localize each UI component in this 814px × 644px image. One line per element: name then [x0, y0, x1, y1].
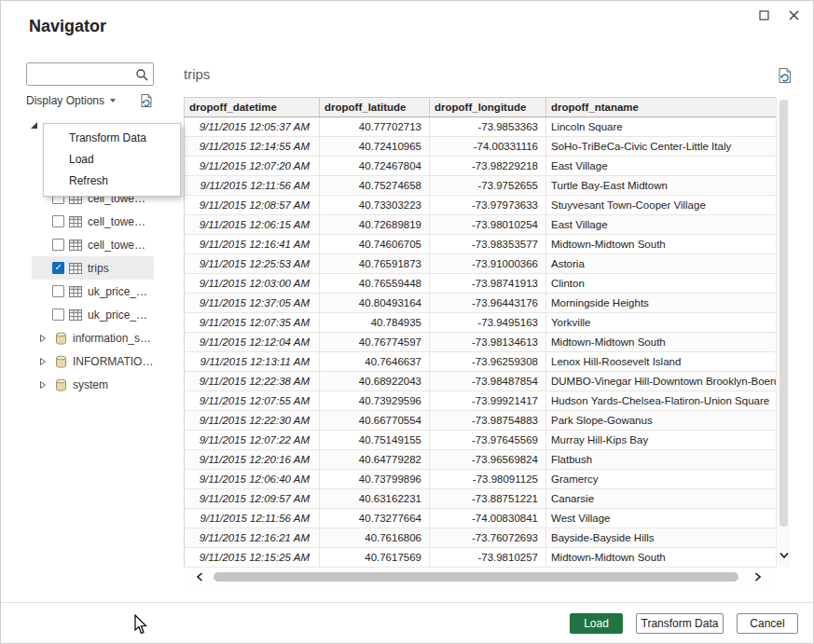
- navigator-dialog: { "window": { "title": "Navigator" }, "s…: [0, 0, 814, 644]
- table-cell: 9/11/2015 12:20:16 AM: [185, 450, 320, 470]
- table-cell: Astoria: [546, 254, 777, 274]
- maximize-icon[interactable]: [757, 8, 770, 21]
- table-cell: Morningside Heights: [546, 294, 777, 313]
- display-options-label: Display Options: [26, 94, 104, 107]
- table-cell: -73.9752655: [430, 176, 546, 196]
- table-cell: Stuyvesant Town-Cooper Village: [546, 196, 777, 215]
- display-options-dropdown[interactable]: Display Options: [26, 93, 154, 108]
- tree-checkbox[interactable]: [52, 239, 64, 251]
- table-cell: 40.74606705: [320, 235, 430, 254]
- table-cell: -73.97645569: [430, 431, 546, 450]
- table-cell: 9/11/2015 12:07:55 AM: [185, 391, 320, 411]
- table-cell: Midtown-Midtown South: [546, 548, 777, 568]
- load-button[interactable]: Load: [570, 613, 623, 634]
- tree-checkbox[interactable]: [52, 262, 64, 274]
- menu-item-refresh[interactable]: Refresh: [44, 171, 180, 192]
- table-cell: 40.73799896: [320, 470, 430, 489]
- column-header[interactable]: dropoff_ntaname: [546, 98, 777, 117]
- tree-item-table[interactable]: cell_towe…: [32, 233, 154, 256]
- window-controls: [757, 8, 800, 21]
- vertical-scrollbar[interactable]: [776, 97, 790, 567]
- table-row: 9/11/2015 12:14:55 AM40.72410965-74.0033…: [185, 137, 777, 157]
- table-cell: Lenox Hill-Roosevelt Island: [546, 352, 777, 372]
- search-input[interactable]: [27, 63, 135, 85]
- horizontal-scrollbar-thumb[interactable]: [214, 572, 738, 582]
- table-cell: 40.73929596: [320, 391, 430, 411]
- table-row: 9/11/2015 12:25:53 AM40.76591873-73.9100…: [185, 254, 777, 274]
- table-cell: 9/11/2015 12:07:22 AM: [185, 431, 320, 450]
- tree-checkbox[interactable]: [52, 285, 64, 297]
- close-icon[interactable]: [787, 8, 800, 21]
- refresh-list-icon[interactable]: [139, 93, 154, 108]
- tree-item-label: uk_price_…: [88, 308, 147, 322]
- table-cell: Park Slope-Gowanus: [546, 411, 777, 431]
- tree-item-label: information_s…: [73, 332, 151, 345]
- table-row: 9/11/2015 12:22:30 AM40.66770554-73.9875…: [185, 411, 777, 431]
- tree-item-database[interactable]: system: [32, 373, 154, 396]
- table-cell: Gramercy: [546, 470, 777, 489]
- tree-item-database[interactable]: information_s…: [32, 326, 154, 349]
- expand-arrow-icon[interactable]: [39, 380, 47, 390]
- table-cell: Midtown-Midtown South: [546, 235, 777, 254]
- horizontal-scrollbar[interactable]: [184, 569, 776, 585]
- menu-item-transform-data[interactable]: Transform Data: [44, 128, 180, 149]
- table-cell: 9/11/2015 12:11:56 AM: [185, 176, 320, 196]
- footer-divider: [1, 602, 813, 603]
- tree-item-table[interactable]: uk_price_…: [32, 303, 154, 326]
- search-icon[interactable]: [135, 68, 153, 81]
- menu-item-load[interactable]: Load: [44, 149, 180, 171]
- table-cell: -73.98229218: [430, 157, 546, 176]
- table-cell: -73.98741913: [430, 274, 546, 294]
- table-row: 9/11/2015 12:08:57 AM40.73303223-73.9797…: [185, 196, 777, 215]
- table-cell: -73.96259308: [430, 352, 546, 372]
- table-cell: 9/11/2015 12:12:04 AM: [185, 333, 320, 352]
- table-cell: 40.64779282: [320, 450, 430, 470]
- table-cell: -73.98487854: [430, 372, 546, 391]
- tree-item-label: cell_towe…: [88, 215, 145, 228]
- tree-checkbox[interactable]: [52, 308, 64, 321]
- table-cell: -73.97973633: [430, 196, 546, 215]
- expand-arrow-icon[interactable]: [39, 357, 47, 366]
- mouse-cursor-icon: [133, 614, 148, 639]
- vertical-scrollbar-thumb[interactable]: [780, 100, 788, 527]
- table-cell: 40.63162231: [320, 489, 430, 509]
- scroll-right-icon[interactable]: [752, 571, 765, 582]
- table-cell: Flatbush: [546, 450, 777, 470]
- tree-checkbox[interactable]: [52, 215, 64, 227]
- table-cell: 9/11/2015 12:09:57 AM: [185, 489, 320, 509]
- scroll-left-icon[interactable]: [193, 571, 206, 582]
- table-cell: 40.76591873: [320, 254, 430, 274]
- table-row: 9/11/2015 12:07:55 AM40.73929596-73.9992…: [185, 391, 777, 411]
- cancel-button[interactable]: Cancel: [737, 613, 798, 634]
- expand-arrow-icon[interactable]: [39, 334, 47, 343]
- table-cell: 9/11/2015 12:05:37 AM: [185, 117, 320, 137]
- refresh-preview-icon[interactable]: [777, 67, 793, 84]
- page-title: Navigator: [29, 17, 106, 36]
- tree-item-table[interactable]: cell_towe…: [32, 210, 154, 233]
- table-cell: 9/11/2015 12:16:21 AM: [185, 528, 320, 548]
- table-icon: [69, 263, 82, 274]
- tree-item-table[interactable]: trips: [32, 256, 154, 280]
- tree-item-database[interactable]: INFORMATIO…: [32, 349, 154, 373]
- tree-root-expand-icon[interactable]: [30, 121, 38, 130]
- table-cell: -73.91000366: [430, 254, 546, 274]
- table-cell: 40.7616806: [320, 528, 430, 548]
- table-cell: 9/11/2015 12:22:30 AM: [185, 411, 320, 431]
- table-row: 9/11/2015 12:37:05 AM40.80493164-73.9644…: [185, 294, 777, 313]
- search-box: [26, 62, 154, 86]
- column-header[interactable]: dropoff_datetime: [185, 98, 320, 117]
- table-cell: 40.784935: [320, 313, 430, 333]
- tree-item-table[interactable]: uk_price_…: [32, 280, 154, 303]
- table-cell: -73.99921417: [430, 391, 546, 411]
- transform-data-button[interactable]: Transform Data: [636, 613, 724, 634]
- table-cell: 9/11/2015 12:11:56 AM: [185, 509, 320, 528]
- column-header[interactable]: dropoff_latitude: [320, 98, 430, 117]
- table-row: 9/11/2015 12:09:57 AM40.63162231-73.8875…: [185, 489, 777, 509]
- column-header[interactable]: dropoff_longitude: [430, 98, 546, 117]
- table-row: 9/11/2015 12:07:20 AM40.72467804-73.9822…: [185, 157, 777, 176]
- table-cell: 9/11/2015 12:03:00 AM: [185, 274, 320, 294]
- table-cell: -73.96569824: [430, 450, 546, 470]
- table-cell: 40.75274658: [320, 176, 430, 196]
- scroll-down-icon[interactable]: [777, 548, 791, 563]
- table-cell: -74.00830841: [430, 509, 546, 528]
